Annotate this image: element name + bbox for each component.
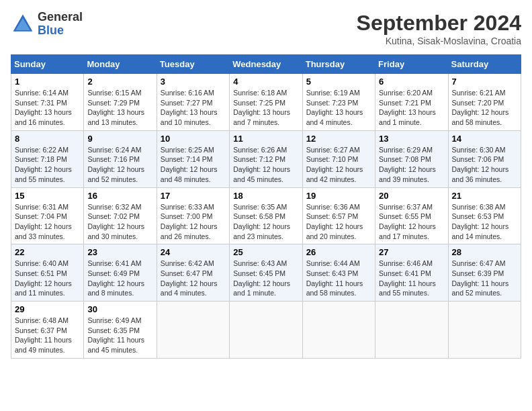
logo-text: General Blue (38, 11, 83, 38)
calendar-cell: 6 Sunrise: 6:20 AMSunset: 7:21 PMDayligh… (375, 74, 448, 131)
day-number: 30 (87, 304, 152, 314)
col-thursday: Thursday (302, 55, 375, 74)
calendar-cell: 26 Sunrise: 6:44 AMSunset: 6:43 PMDaylig… (302, 244, 375, 302)
calendar-week-row: 22 Sunrise: 6:40 AMSunset: 6:51 PMDaylig… (11, 244, 521, 302)
calendar-cell: 9 Sunrise: 6:24 AMSunset: 7:16 PMDayligh… (84, 130, 157, 187)
day-info: Sunrise: 6:15 AMSunset: 7:29 PMDaylight:… (87, 89, 144, 126)
location-subtitle: Kutina, Sisak-Moslavina, Croatia (357, 36, 521, 46)
day-number: 28 (452, 247, 517, 257)
col-wednesday: Wednesday (230, 55, 302, 74)
day-info: Sunrise: 6:33 AMSunset: 7:00 PMDaylight:… (161, 203, 218, 240)
calendar-cell: 30 Sunrise: 6:49 AMSunset: 6:35 PMDaylig… (84, 302, 157, 359)
day-info: Sunrise: 6:16 AMSunset: 7:27 PMDaylight:… (161, 89, 218, 126)
day-number: 29 (15, 304, 80, 314)
title-block: September 2024 Kutina, Sisak-Moslavina, … (357, 11, 521, 46)
calendar-cell: 10 Sunrise: 6:25 AMSunset: 7:14 PMDaylig… (157, 130, 229, 187)
day-number: 11 (233, 134, 298, 144)
calendar-cell: 24 Sunrise: 6:42 AMSunset: 6:47 PMDaylig… (157, 244, 229, 302)
day-info: Sunrise: 6:27 AMSunset: 7:10 PMDaylight:… (306, 146, 363, 183)
day-info: Sunrise: 6:36 AMSunset: 6:57 PMDaylight:… (306, 203, 363, 240)
month-title: September 2024 (357, 11, 521, 36)
calendar-cell: 16 Sunrise: 6:32 AMSunset: 7:02 PMDaylig… (84, 187, 157, 244)
day-info: Sunrise: 6:31 AMSunset: 7:04 PMDaylight:… (15, 203, 72, 240)
day-number: 6 (379, 77, 444, 87)
col-sunday: Sunday (11, 55, 84, 74)
calendar-cell: 11 Sunrise: 6:26 AMSunset: 7:12 PMDaylig… (230, 130, 302, 187)
calendar-cell: 17 Sunrise: 6:33 AMSunset: 7:00 PMDaylig… (157, 187, 229, 244)
day-info: Sunrise: 6:19 AMSunset: 7:23 PMDaylight:… (306, 89, 363, 126)
day-info: Sunrise: 6:26 AMSunset: 7:12 PMDaylight:… (233, 146, 290, 183)
day-number: 20 (379, 191, 444, 201)
calendar-cell: 19 Sunrise: 6:36 AMSunset: 6:57 PMDaylig… (302, 187, 375, 244)
logo-icon (11, 12, 35, 36)
day-info: Sunrise: 6:40 AMSunset: 6:51 PMDaylight:… (15, 259, 72, 297)
day-number: 8 (15, 134, 80, 144)
day-info: Sunrise: 6:48 AMSunset: 6:37 PMDaylight:… (15, 316, 72, 354)
day-number: 13 (379, 134, 444, 144)
day-number: 27 (379, 247, 444, 257)
page-header: General Blue September 2024 Kutina, Sisa… (11, 11, 521, 46)
day-number: 7 (452, 77, 517, 87)
day-info: Sunrise: 6:46 AMSunset: 6:41 PMDaylight:… (379, 259, 436, 297)
calendar-cell: 25 Sunrise: 6:43 AMSunset: 6:45 PMDaylig… (230, 244, 302, 302)
calendar-week-row: 29 Sunrise: 6:48 AMSunset: 6:37 PMDaylig… (11, 302, 521, 359)
calendar-cell: 27 Sunrise: 6:46 AMSunset: 6:41 PMDaylig… (375, 244, 448, 302)
calendar-cell: 1 Sunrise: 6:14 AMSunset: 7:31 PMDayligh… (11, 74, 84, 131)
calendar-week-row: 8 Sunrise: 6:22 AMSunset: 7:18 PMDayligh… (11, 130, 521, 187)
calendar-cell (230, 302, 302, 359)
day-info: Sunrise: 6:20 AMSunset: 7:21 PMDaylight:… (379, 89, 436, 126)
calendar-cell: 12 Sunrise: 6:27 AMSunset: 7:10 PMDaylig… (302, 130, 375, 187)
col-tuesday: Tuesday (157, 55, 229, 74)
day-info: Sunrise: 6:18 AMSunset: 7:25 PMDaylight:… (233, 89, 290, 126)
calendar-cell: 21 Sunrise: 6:38 AMSunset: 6:53 PMDaylig… (448, 187, 521, 244)
day-info: Sunrise: 6:42 AMSunset: 6:47 PMDaylight:… (161, 259, 218, 297)
day-number: 26 (306, 247, 371, 257)
day-number: 25 (233, 247, 298, 257)
calendar-cell (302, 302, 375, 359)
day-number: 2 (87, 77, 152, 87)
calendar-header-row: Sunday Monday Tuesday Wednesday Thursday… (11, 55, 521, 74)
day-info: Sunrise: 6:47 AMSunset: 6:39 PMDaylight:… (452, 259, 509, 297)
calendar-cell (448, 302, 521, 359)
day-info: Sunrise: 6:35 AMSunset: 6:58 PMDaylight:… (233, 203, 290, 240)
calendar-cell (157, 302, 229, 359)
calendar-week-row: 1 Sunrise: 6:14 AMSunset: 7:31 PMDayligh… (11, 74, 521, 131)
day-number: 10 (161, 134, 226, 144)
day-number: 3 (161, 77, 226, 87)
calendar-cell: 15 Sunrise: 6:31 AMSunset: 7:04 PMDaylig… (11, 187, 84, 244)
col-friday: Friday (375, 55, 448, 74)
col-monday: Monday (84, 55, 157, 74)
day-number: 17 (161, 191, 226, 201)
day-info: Sunrise: 6:49 AMSunset: 6:35 PMDaylight:… (87, 316, 144, 354)
day-info: Sunrise: 6:30 AMSunset: 7:06 PMDaylight:… (452, 146, 509, 183)
calendar-cell: 7 Sunrise: 6:21 AMSunset: 7:20 PMDayligh… (448, 74, 521, 131)
calendar-cell: 13 Sunrise: 6:29 AMSunset: 7:08 PMDaylig… (375, 130, 448, 187)
day-number: 15 (15, 191, 80, 201)
calendar-week-row: 15 Sunrise: 6:31 AMSunset: 7:04 PMDaylig… (11, 187, 521, 244)
calendar-cell: 5 Sunrise: 6:19 AMSunset: 7:23 PMDayligh… (302, 74, 375, 131)
day-number: 19 (306, 191, 371, 201)
calendar-cell: 14 Sunrise: 6:30 AMSunset: 7:06 PMDaylig… (448, 130, 521, 187)
calendar-cell: 28 Sunrise: 6:47 AMSunset: 6:39 PMDaylig… (448, 244, 521, 302)
day-number: 14 (452, 134, 517, 144)
day-info: Sunrise: 6:38 AMSunset: 6:53 PMDaylight:… (452, 203, 509, 240)
day-number: 24 (161, 247, 226, 257)
calendar-cell: 8 Sunrise: 6:22 AMSunset: 7:18 PMDayligh… (11, 130, 84, 187)
day-info: Sunrise: 6:32 AMSunset: 7:02 PMDaylight:… (87, 203, 144, 240)
day-number: 9 (87, 134, 152, 144)
day-info: Sunrise: 6:24 AMSunset: 7:16 PMDaylight:… (87, 146, 144, 183)
calendar-cell: 22 Sunrise: 6:40 AMSunset: 6:51 PMDaylig… (11, 244, 84, 302)
day-info: Sunrise: 6:41 AMSunset: 6:49 PMDaylight:… (87, 259, 144, 297)
day-number: 22 (15, 247, 80, 257)
day-info: Sunrise: 6:43 AMSunset: 6:45 PMDaylight:… (233, 259, 290, 297)
day-number: 21 (452, 191, 517, 201)
calendar-cell: 3 Sunrise: 6:16 AMSunset: 7:27 PMDayligh… (157, 74, 229, 131)
day-number: 4 (233, 77, 298, 87)
calendar-cell (375, 302, 448, 359)
calendar-cell: 18 Sunrise: 6:35 AMSunset: 6:58 PMDaylig… (230, 187, 302, 244)
day-info: Sunrise: 6:14 AMSunset: 7:31 PMDaylight:… (15, 89, 72, 126)
day-info: Sunrise: 6:22 AMSunset: 7:18 PMDaylight:… (15, 146, 72, 183)
day-info: Sunrise: 6:25 AMSunset: 7:14 PMDaylight:… (161, 146, 218, 183)
logo: General Blue (11, 11, 83, 38)
calendar-cell: 23 Sunrise: 6:41 AMSunset: 6:49 PMDaylig… (84, 244, 157, 302)
